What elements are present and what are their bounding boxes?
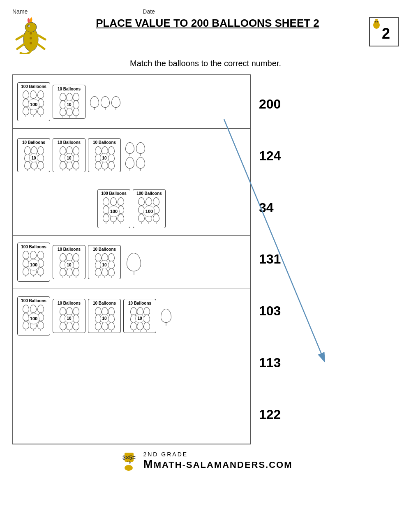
hundred-group-r5: 100 Balloons 100 [17,296,50,335]
number-122: 122 [259,405,399,424]
svg-point-10 [30,42,32,44]
row-3: 100 Balloons 100 [13,182,250,236]
svg-point-1 [25,22,37,32]
footer-logo-icon: 3×5= 15 [118,451,139,471]
ten-group-r5c: 10 Balloons 10 [123,299,156,333]
hundred-group-r3b: 100 Balloons 100 [133,189,166,228]
numbers-column: 200 124 34 131 103 113 122 [259,74,399,444]
svg-point-8 [30,32,32,35]
svg-line-5 [38,35,45,39]
solo-balloon [125,142,134,154]
name-date-row: Name Date [12,8,399,15]
svg-point-12 [374,20,379,24]
ten-group-r2c: 10 Balloons 10 [88,138,121,172]
row-2: 10 Balloons 10 [13,129,250,182]
ten-group-r5b: 10 Balloons 10 [88,299,121,333]
solo-balloon [111,96,120,108]
subtitle: Match the balloons to the correct number… [12,59,399,68]
date-label: Date [143,8,155,15]
svg-line-6 [17,44,25,49]
solo-balloon [136,142,145,154]
solo-balloon [90,96,99,108]
number-200: 200 [259,95,399,114]
grade-badge: 2 [366,17,399,46]
svg-point-3 [28,25,30,27]
footer-grade: 2ND GRADE [143,451,292,458]
solo-balloon [101,96,110,108]
salamander-icon [12,17,49,56]
solo-balloon [125,157,134,169]
footer: 3×5= 15 2ND GRADE MMATH-SALAMANDERS.COM [12,451,399,471]
solo-balloon-large [127,253,141,271]
number-103: 103 [259,301,399,321]
solo-balloon [136,157,145,169]
grade-number: 2 [382,25,390,42]
row-5: 100 Balloons 100 [13,289,250,342]
ten-group-r5a: 10 Balloons 10 [53,299,85,333]
row-4: 100 Balloons 100 [13,236,250,289]
svg-text:15: 15 [127,460,132,465]
number-124: 124 [259,146,399,166]
ten-group-r4b: 10 Balloons 10 [88,245,121,279]
solo-balloons-r1 [90,96,120,108]
svg-text:3×5=: 3×5= [122,454,136,461]
svg-line-7 [37,44,44,49]
row-1: 100 Balloons 100 [13,75,250,129]
solo-balloons-r5 [161,309,171,323]
ten-group-r1: 10 Balloons 10 [53,85,85,119]
ten-group-r2b: 10 Balloons 10 [53,138,85,172]
page-title: PLACE VALUE TO 200 BALLOONS SHEET 2 [49,17,366,30]
hundred-group-r1: 100 Balloons 100 [17,82,50,121]
worksheet-box: 100 Balloons 100 [12,74,251,444]
svg-point-20 [125,465,133,471]
number-113: 113 [259,353,399,372]
svg-line-4 [16,35,23,39]
solo-balloon [161,309,171,323]
hundred-group-r4: 100 Balloons 100 [17,243,50,282]
ten-group-r4a: 10 Balloons 10 [53,245,85,279]
svg-point-9 [30,37,32,39]
svg-point-14 [377,21,378,23]
name-label: Name [12,8,28,15]
page: Name Date [0,0,411,532]
footer-site: MMATH-SALAMANDERS.COM [143,458,292,471]
main-area: 100 Balloons 100 [12,74,399,444]
hundred-group-r3a: 100 Balloons 100 [97,189,130,228]
number-131: 131 [259,250,399,269]
svg-point-13 [375,21,376,23]
number-34: 34 [259,198,399,217]
solo-balloons-r2 [125,142,145,169]
ten-group-r2a: 10 Balloons 10 [17,138,50,172]
solo-balloons-r4 [127,253,141,271]
